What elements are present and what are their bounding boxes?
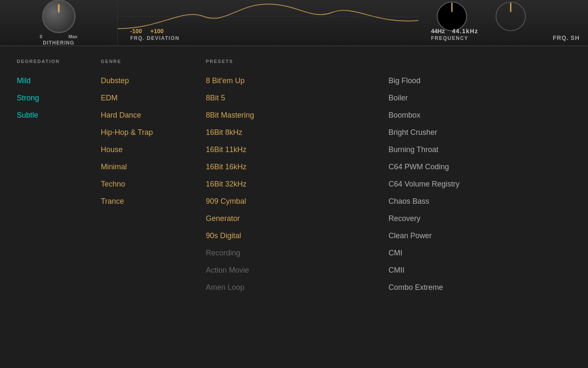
frequency-bottom: 44Hz 44.1kHz FREQUENCY [431,28,532,41]
preset-item[interactable]: 90s Digital [206,231,380,240]
genre-item[interactable]: Hard Dance [101,111,193,120]
frequency-section: 44Hz 44.1kHz FREQUENCY [418,0,544,45]
frequency-title: FREQUENCY [431,35,478,41]
genre-item[interactable]: EDM [101,94,193,103]
degradation-column: DEGREDATION MildStrongSubtle [17,59,101,355]
preset-item[interactable]: C64 PWM Coding [388,163,563,171]
frq-deviation-bottom: -100 +100 FRQ. DEVIATION [130,28,406,41]
preset-item[interactable]: CMII [388,266,563,275]
frequency-value2-label: 44.1kHz [452,28,478,34]
frq-sh-section: FRQ. SH [544,0,588,45]
presets-col2-list: Big FloodBoilerBoomboxBright CrusherBurn… [388,76,563,292]
genre-item[interactable]: Minimal [101,163,193,171]
dithering-section: 0 Max DITHERING [0,0,118,45]
preset-item[interactable]: 16Bit 32kHz [206,180,380,189]
degradation-item[interactable]: Mild [17,76,92,85]
preset-item[interactable]: Chaos Bass [388,197,563,206]
degradation-list: MildStrongSubtle [17,76,92,120]
degradation-header: DEGREDATION [17,59,92,64]
genre-item[interactable]: Techno [101,180,193,189]
preset-item[interactable]: 16Bit 16kHz [206,163,380,171]
frq-deviation-max: +100 [150,28,164,34]
dithering-min-label: 0 [40,34,42,39]
bottom-area: DEGREDATION MildStrongSubtle GENRE Dubst… [0,46,588,368]
frq-deviation-range: -100 +100 [130,28,179,34]
frequency-labels: 44Hz 44.1kHz FREQUENCY [431,28,478,41]
dithering-max-label: Max [68,34,77,39]
presets-col-1: PRESETS 8 Bit'em Up8Bit 58Bit Mastering1… [202,59,388,355]
preset-item[interactable]: 8 Bit'em Up [206,76,380,85]
genre-item[interactable]: Dubstep [101,76,193,85]
presets-col-2: PRESETS Big FloodBoilerBoomboxBright Cru… [388,59,571,355]
preset-item[interactable]: Boombox [388,111,563,120]
presets-area: PRESETS 8 Bit'em Up8Bit 58Bit Mastering1… [202,59,571,355]
preset-item[interactable]: Burning Throat [388,145,563,154]
preset-item[interactable]: 909 Cymbal [206,197,380,206]
frq-deviation-labels: -100 +100 FRQ. DEVIATION [130,28,179,41]
dithering-knob-container [42,0,76,33]
genre-item[interactable]: House [101,145,193,154]
preset-item[interactable]: Action Movie [206,266,380,275]
preset-item[interactable]: Big Flood [388,76,563,85]
frq-sh-title: FRQ. SH [553,34,580,41]
preset-item[interactable]: C64 Volume Registry [388,180,563,189]
dithering-title: DITHERING [43,40,74,46]
preset-item[interactable]: CMI [388,249,563,258]
preset-item[interactable]: 8Bit 5 [206,94,380,103]
genre-item[interactable]: Trance [101,197,193,206]
preset-item[interactable]: Generator [206,214,380,223]
genre-column: GENRE DubstepEDMHard DanceHip-Hop & Trap… [101,59,202,355]
dithering-knob[interactable] [42,0,76,33]
preset-item[interactable]: Recovery [388,214,563,223]
preset-item[interactable]: Combo Extreme [388,283,563,292]
frq-deviation-section: -100 +100 FRQ. DEVIATION [118,0,418,45]
preset-item[interactable]: 16Bit 8kHz [206,128,380,137]
frq-deviation-min: -100 [130,28,142,34]
preset-item[interactable]: Recording [206,249,380,258]
preset-item[interactable]: Clean Power [388,231,563,240]
top-panel: 0 Max DITHERING -100 +100 [0,0,588,46]
genre-list: DubstepEDMHard DanceHip-Hop & TrapHouseM… [101,76,193,206]
degradation-item[interactable]: Subtle [17,111,92,120]
genre-item[interactable]: Hip-Hop & Trap [101,128,193,137]
preset-item[interactable]: Bright Crusher [388,128,563,137]
frq-deviation-title: FRQ. DEVIATION [130,35,179,41]
presets-header: PRESETS [206,59,380,64]
genre-header: GENRE [101,59,193,64]
preset-item[interactable]: Amen Loop [206,283,380,292]
preset-item[interactable]: Boiler [388,94,563,103]
preset-item[interactable]: 8Bit Mastering [206,111,380,120]
degradation-item[interactable]: Strong [17,94,92,103]
dithering-range-labels: 0 Max [40,34,78,39]
presets-col1-list: 8 Bit'em Up8Bit 58Bit Mastering16Bit 8kH… [206,76,380,292]
preset-item[interactable]: 16Bit 11kHz [206,145,380,154]
